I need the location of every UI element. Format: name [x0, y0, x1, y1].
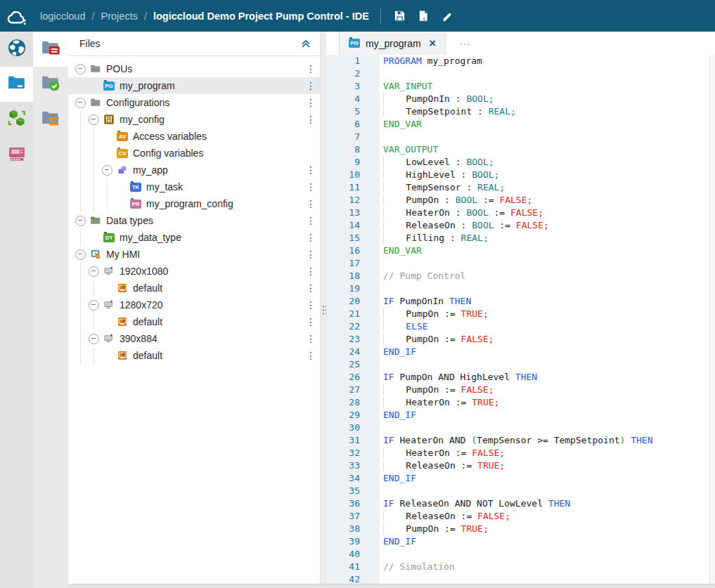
code-line-text	[380, 67, 383, 80]
tree-item-label: 1920x1080	[120, 266, 168, 277]
collapse-minus-icon[interactable]	[75, 64, 86, 74]
pencil-icon	[442, 10, 454, 22]
collapse-minus-icon[interactable]	[75, 98, 86, 108]
deploy-packages-icon	[7, 108, 27, 131]
hmi-icon	[90, 249, 101, 260]
kebab-menu-icon[interactable]: ⋮	[306, 347, 314, 364]
tree-row-pous[interactable]: POUs⋮	[68, 60, 320, 77]
tree-item-label: my_app	[133, 164, 168, 176]
tree-row-configurations[interactable]: Configurations⋮	[68, 94, 320, 111]
kebab-menu-icon[interactable]: ⋮	[306, 178, 314, 195]
sidebar-item-task-files[interactable]	[33, 102, 68, 137]
kebab-menu-icon[interactable]: ⋮	[306, 246, 314, 263]
sidebar-item-globe[interactable]	[0, 32, 33, 67]
tree-indent-guide	[94, 280, 102, 296]
line-number: 42	[326, 573, 380, 584]
sidebar-item-project-files[interactable]	[33, 32, 68, 67]
tree-indent-guide	[80, 229, 89, 246]
save-button[interactable]	[388, 4, 412, 28]
code-line: 3VAR_INPUT	[326, 80, 710, 93]
code-line: 41// Simulation	[326, 561, 710, 573]
code-line: 25	[326, 358, 710, 371]
tree-row-1280x720[interactable]: 1280x720⋮	[68, 296, 320, 313]
tree-row-my-program[interactable]: PGmy_program⋮	[68, 77, 320, 94]
tree-row-my-program-config[interactable]: PRmy_program_config⋮	[68, 195, 320, 212]
tree-item-label: my_program_config	[146, 198, 233, 209]
tree-indent-guide	[80, 296, 89, 313]
code-line-text: VAR_OUTPUT	[380, 143, 438, 156]
kebab-menu-icon[interactable]: ⋮	[306, 94, 314, 111]
collapse-minus-icon[interactable]	[89, 334, 99, 344]
screen-icon	[103, 299, 115, 311]
config-icon	[103, 114, 115, 125]
collapse-minus-icon[interactable]	[89, 266, 99, 277]
collapse-minus-icon[interactable]	[89, 115, 99, 125]
kebab-menu-icon[interactable]: ⋮	[306, 296, 314, 313]
sidebar-item-projects[interactable]	[0, 67, 33, 102]
tree-indent-guide	[94, 178, 102, 195]
tree-row-my-config[interactable]: my_config⋮	[68, 111, 320, 128]
breadcrumb-logiccloud[interactable]: logiccloud	[40, 11, 86, 22]
code-line: 31IF HeaterOn AND (TempSensor >= TempSet…	[326, 434, 710, 447]
tree-indent-guide	[107, 178, 115, 195]
tree-row-1920x1080[interactable]: 1920x1080⋮	[68, 263, 320, 280]
tree-row-my-app[interactable]: my_app⋮	[68, 162, 320, 178]
tree-row-my-task[interactable]: TKmy_task⋮	[68, 178, 320, 195]
tree-row-default[interactable]: default⋮	[68, 280, 320, 296]
collapse-minus-icon[interactable]	[102, 165, 112, 176]
logiccloud-logo-icon	[6, 6, 27, 27]
edit-button[interactable]	[436, 4, 460, 28]
export-button[interactable]	[412, 4, 436, 28]
editor-vertical-scrollbar[interactable]	[709, 55, 715, 584]
collapse-minus-icon[interactable]	[75, 216, 86, 226]
code-line-text: ELSE	[380, 320, 428, 333]
double-chevron-up-icon[interactable]	[300, 38, 311, 49]
collapse-minus-icon[interactable]	[75, 249, 86, 260]
program-badge-icon: PG	[349, 39, 360, 48]
sidebar-item-hmi-devices[interactable]	[0, 137, 33, 172]
kebab-menu-icon[interactable]: ⋮	[306, 263, 314, 280]
tree-row-my-hmi[interactable]: My HMI⋮	[68, 246, 320, 263]
kebab-menu-icon[interactable]: ⋮	[306, 280, 314, 296]
tree-row-390x884[interactable]: 390x884⋮	[68, 330, 320, 347]
tree-item-label: Config variables	[133, 148, 203, 159]
collapse-minus-icon[interactable]	[89, 300, 99, 311]
line-number: 9	[326, 156, 380, 169]
sidebar-item-approved-files[interactable]	[33, 67, 68, 102]
kebab-menu-icon[interactable]: ⋮	[306, 60, 314, 77]
sidebar-item-deployments[interactable]	[0, 102, 33, 137]
tab-close-icon[interactable]: ×	[430, 38, 436, 49]
tree-indent-guide	[80, 330, 89, 347]
kebab-menu-icon[interactable]: ⋮	[306, 313, 314, 330]
breadcrumb-projects[interactable]: Projects	[101, 11, 138, 22]
code-line-text: PumpOn := FALSE;	[380, 384, 494, 396]
kebab-menu-icon[interactable]: ⋮	[306, 330, 314, 347]
tab-my-program[interactable]: PG my_program ×	[339, 32, 446, 55]
kebab-menu-icon[interactable]: ⋮	[306, 229, 314, 246]
tree-row-default[interactable]: default⋮	[68, 313, 320, 330]
kebab-menu-icon[interactable]: ⋮	[306, 162, 314, 178]
tree-row-access-variables[interactable]: AVAccess variables	[68, 128, 320, 145]
line-number: 10	[326, 169, 380, 181]
code-editor[interactable]: 1PROGRAM my_program23VAR_INPUT4 PumpOnIn…	[326, 55, 710, 584]
line-number: 27	[326, 384, 380, 396]
kebab-menu-icon[interactable]: ⋮	[306, 77, 314, 94]
kebab-menu-icon[interactable]: ⋮	[306, 111, 314, 128]
code-line-text: PumpOn := TRUE;	[380, 523, 489, 535]
code-line: 4 PumpOnIn : BOOL;	[326, 93, 710, 105]
page-orange-icon	[117, 316, 128, 327]
tree-row-default[interactable]: default⋮	[68, 347, 320, 364]
line-number: 34	[326, 472, 380, 485]
editor-bottom-scrollbar[interactable]	[68, 584, 715, 588]
tree-row-my-data-type[interactable]: DTmy_data_type⋮	[68, 229, 320, 246]
kebab-menu-icon[interactable]: ⋮	[306, 195, 314, 212]
line-number: 40	[326, 548, 380, 561]
tree-row-data-types[interactable]: Data types⋮	[68, 212, 320, 229]
code-line-text: // Simulation	[380, 561, 455, 573]
tree-row-config-variables[interactable]: CVConfig variables	[68, 145, 320, 162]
tk-badge-icon: TK	[130, 181, 141, 192]
tree-indent-guide	[80, 178, 89, 195]
tab-overflow-button[interactable]: ...	[446, 32, 471, 55]
folder-check-icon	[41, 73, 60, 96]
kebab-menu-icon[interactable]: ⋮	[306, 212, 314, 229]
